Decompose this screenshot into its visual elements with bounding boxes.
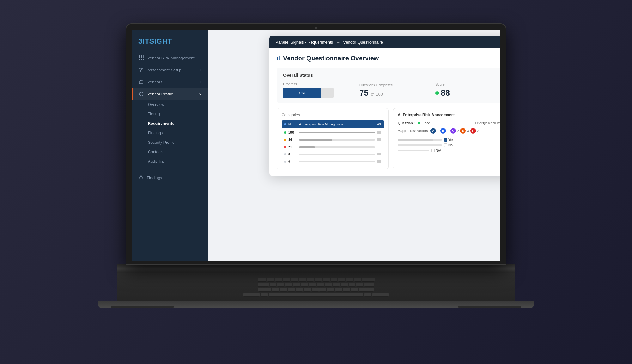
category-item-0[interactable]: 60 A. Enterprise Risk Management 4/4 xyxy=(282,120,384,128)
category-bar-4 xyxy=(299,154,375,155)
submenu-item-security-profile[interactable]: Security Profile xyxy=(132,138,208,147)
answer-no-row: No xyxy=(398,143,500,147)
question-label: Question 1 xyxy=(398,121,416,125)
main-background: Parallel Signals - Requeriments → Vendor… xyxy=(208,30,500,261)
svg-point-3 xyxy=(140,68,141,69)
answer-bar-no xyxy=(398,144,442,146)
vendor-profile-submenu: Overview Tiering Requirements Findings S… xyxy=(132,100,208,166)
svg-rect-6 xyxy=(139,81,143,84)
progress-bar-fill: 75% xyxy=(283,88,321,98)
vector-count-d: 3 xyxy=(467,129,469,133)
laptop-camera xyxy=(315,27,317,29)
submenu-item-requirements[interactable]: Requirements xyxy=(132,119,208,128)
questionnaire-title: Vendor Questionnaire Overview xyxy=(283,55,379,62)
category-bar-5 xyxy=(299,161,375,162)
category-score-5: 0 xyxy=(288,160,297,163)
vector-count-a: 1 xyxy=(437,129,439,133)
overall-status-title: Overall Status xyxy=(283,73,499,78)
vector-badge-a: A xyxy=(430,128,436,134)
submenu-item-audit-trail[interactable]: Audit Trail xyxy=(132,157,208,166)
chevron-right-icon: › xyxy=(200,68,202,72)
category-dot-1 xyxy=(284,131,286,134)
checkbox-na xyxy=(431,149,435,152)
submenu-item-overview[interactable]: Overview xyxy=(132,100,208,109)
laptop-keyboard xyxy=(117,273,515,301)
question-row: Question 1 Good Priority: Medium xyxy=(398,121,500,125)
category-name-0: A. Enterprise Risk Management xyxy=(299,123,375,126)
vector-count-c: 2 xyxy=(457,129,459,133)
metric-divider-2 xyxy=(429,82,429,98)
answer-na-row: N/A xyxy=(398,149,500,152)
keyboard-row-1 xyxy=(258,278,375,282)
chevron-down-icon: ∨ xyxy=(199,92,202,96)
answer-label-no: No xyxy=(444,143,453,147)
status-metrics-row: Progress 75% xyxy=(283,82,499,98)
category-item-4[interactable]: 0 xyxy=(282,151,384,157)
shield-icon xyxy=(138,91,144,97)
progress-bar-container: 75% xyxy=(283,88,334,98)
category-score-4: 0 xyxy=(288,152,297,156)
sidebar-item-vendor-profile[interactable]: Vendor Profile ∨ xyxy=(132,88,208,100)
vector-count-f: 2 xyxy=(477,129,479,133)
progress-section: Progress 75% xyxy=(283,82,353,98)
laptop-base xyxy=(117,264,515,273)
score-status-dot xyxy=(435,91,439,95)
vector-badge-c: C xyxy=(450,128,456,134)
category-score-1: 100 xyxy=(288,130,297,134)
laptop-screen-frame: 3ITSIGHT Vendor Risk Management xyxy=(126,24,506,264)
sidebar-item-vendor-risk-management[interactable]: Vendor Risk Management xyxy=(132,52,208,64)
category-dot-5 xyxy=(284,161,286,163)
categories-card: Categories 60 A. Enterprise Risk Managem… xyxy=(277,108,389,169)
answer-label-na: N/A xyxy=(431,149,441,152)
question-status: Good xyxy=(422,121,430,125)
sidebar-label-vrm: Vendor Risk Management xyxy=(147,56,195,60)
page-content: Parallel Signals - Requeriments → Vendor… xyxy=(208,30,500,261)
vector-badge-d: D xyxy=(460,128,466,134)
vector-badge-f: F xyxy=(470,128,476,134)
submenu-item-findings[interactable]: Findings xyxy=(132,128,208,138)
checkbox-no xyxy=(444,143,447,147)
sidebar-label-findings: Findings xyxy=(147,175,162,180)
progress-bar-row: 75% xyxy=(283,88,346,98)
sidebar-item-findings[interactable]: Findings xyxy=(132,172,208,184)
sidebar-item-assessment-setup[interactable]: Assessment Setup › xyxy=(132,64,208,76)
category-item-1[interactable]: 100 xyxy=(282,129,384,136)
svg-point-5 xyxy=(140,71,141,72)
answer-bar-yes xyxy=(398,139,442,141)
laptop-screen: 3ITSIGHT Vendor Risk Management xyxy=(132,30,500,261)
bar-chart-icon: ıl xyxy=(277,55,280,62)
answer-options: ✓ Yes xyxy=(398,138,500,152)
keyboard-row-2 xyxy=(258,283,374,287)
answer-label-yes: ✓ Yes xyxy=(444,138,453,142)
breadcrumb-start: Parallel Signals - Requeriments xyxy=(276,40,333,45)
category-score-2: 44 xyxy=(288,138,297,142)
breadcrumb-end: Vendor Questionnaire xyxy=(343,40,383,45)
risk-vectors-label: Mapped Risk Vectors xyxy=(398,129,428,133)
bottom-cards-row: Categories 60 A. Enterprise Risk Managem… xyxy=(277,108,500,169)
sidebar-divider xyxy=(132,169,208,169)
category-item-2[interactable]: 44 xyxy=(282,136,384,143)
risk-vectors-row: Mapped Risk Vectors A 1 B 1 C xyxy=(398,128,500,134)
answer-yes-row: ✓ Yes xyxy=(398,138,500,142)
category-bar-2 xyxy=(299,139,375,141)
questionnaire-card: Parallel Signals - Requeriments → Vendor… xyxy=(269,36,500,176)
submenu-item-tiering[interactable]: Tiering xyxy=(132,109,208,119)
keyboard-row-3 xyxy=(258,288,374,292)
category-bar-3 xyxy=(299,146,375,148)
category-dot-2 xyxy=(284,139,286,141)
questionnaire-title-row: ıl Vendor Questionnaire Overview xyxy=(277,55,500,62)
sidebar-label-vendor-profile: Vendor Profile xyxy=(147,92,173,96)
warning-icon xyxy=(138,175,143,181)
category-count-0: 4/4 xyxy=(377,123,381,126)
metric-divider-1 xyxy=(353,82,353,98)
category-score-0: 60 xyxy=(288,122,297,126)
laptop-bottom xyxy=(98,301,534,308)
category-dot-3 xyxy=(284,146,286,148)
sidebar-item-vendors[interactable]: Vendors › xyxy=(132,76,208,88)
submenu-item-contacts[interactable]: Contacts xyxy=(132,147,208,157)
sidebar: 3ITSIGHT Vendor Risk Management xyxy=(132,30,208,261)
category-item-5[interactable]: 0 xyxy=(282,158,384,165)
questions-section: Questions Completed 75 of 100 xyxy=(359,83,429,97)
enterprise-title: A. Enterprise Risk Management xyxy=(398,113,500,117)
category-item-3[interactable]: 21 xyxy=(282,144,384,150)
